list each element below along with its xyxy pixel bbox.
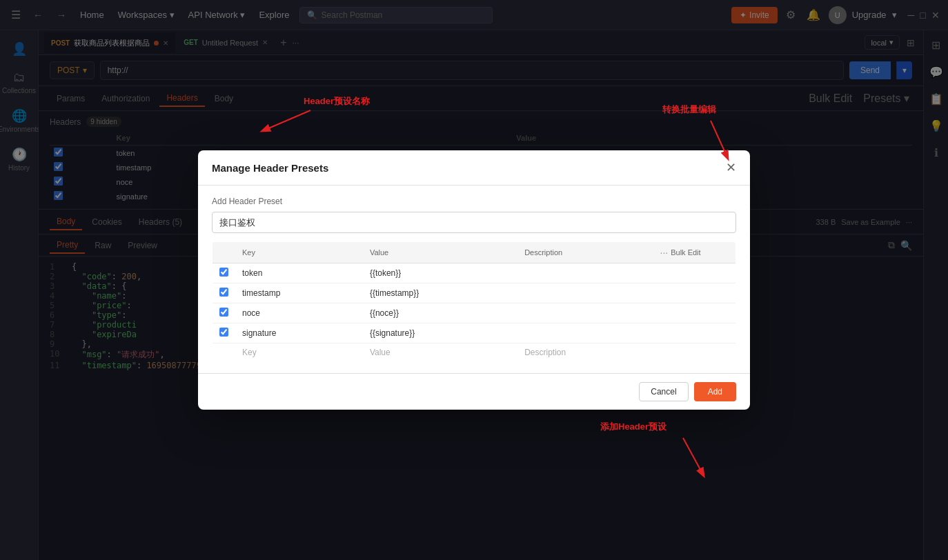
dialog-title: Manage Header Presets (212, 162, 328, 174)
d-key-placeholder[interactable]: Key (235, 343, 363, 362)
d-row-value: {{token}} (363, 263, 517, 283)
d-row-checkbox[interactable] (219, 268, 228, 277)
d-row-desc (517, 303, 653, 323)
bulk-edit-label[interactable]: Bulk Edit (671, 248, 700, 257)
d-check-empty (213, 343, 236, 362)
d-desc-placeholder[interactable]: Description (517, 343, 653, 362)
manage-header-presets-dialog: Manage Header Presets ✕ Add Header Prese… (198, 150, 750, 410)
d-row-actions (653, 303, 736, 323)
d-row-actions (653, 263, 736, 283)
d-check-cell[interactable] (213, 283, 236, 303)
annotation-preset-name: Header预设名称 (304, 95, 370, 108)
d-row-actions-empty (653, 343, 736, 362)
dialog-footer: Cancel Add (198, 373, 750, 410)
dialog-header: Manage Header Presets ✕ (198, 150, 750, 186)
d-check-cell[interactable] (213, 323, 236, 343)
d-row-actions (653, 283, 736, 303)
col-actions-header: ··· Bulk Edit (653, 242, 736, 263)
dialog-body: Add Header Preset Key Value Description … (198, 186, 750, 373)
annotation-add-preset: 添加Header预设 (600, 421, 666, 433)
d-row-value: {{noce}} (363, 303, 517, 323)
d-row-checkbox[interactable] (219, 288, 228, 297)
table-row: token {{token}} (213, 263, 736, 283)
presets-table: Key Value Description ··· Bulk Edit (212, 241, 736, 362)
col-check-header (213, 242, 236, 263)
d-row-desc (517, 323, 653, 343)
cancel-button[interactable]: Cancel (639, 382, 688, 401)
annotation-arrow-1 (235, 103, 317, 138)
bulk-edit-dots-icon[interactable]: ··· (660, 247, 669, 258)
col-key-header: Key (235, 242, 363, 263)
dialog-close-button[interactable]: ✕ (726, 161, 736, 174)
add-header-preset-label: Add Header Preset (212, 197, 736, 206)
modal-overlay: Manage Header Presets ✕ Add Header Prese… (0, 0, 948, 560)
col-value-header: Value (363, 242, 517, 263)
table-row: timestamp {{timestamp}} (213, 283, 736, 303)
d-row-key: token (235, 263, 363, 283)
d-row-checkbox[interactable] (219, 308, 228, 317)
preset-name-input[interactable] (212, 212, 736, 233)
annotation-bulk-edit: 转换批量编辑 (662, 103, 716, 116)
table-row: signature {{signature}} (213, 323, 736, 343)
d-row-desc (517, 263, 653, 283)
d-row-key: signature (235, 323, 363, 343)
d-row-checkbox[interactable] (219, 328, 228, 337)
annotation-arrow-3 (649, 431, 718, 486)
table-row: Key Value Description (213, 343, 736, 362)
d-row-actions (653, 323, 736, 343)
d-row-desc (517, 283, 653, 303)
d-row-value: {{signature}} (363, 323, 517, 343)
table-row: noce {{noce}} (213, 303, 736, 323)
add-button[interactable]: Add (694, 382, 736, 401)
d-row-value: {{timestamp}} (363, 283, 517, 303)
d-val-placeholder[interactable]: Value (363, 343, 517, 362)
d-check-cell[interactable] (213, 303, 236, 323)
col-desc-header: Description (517, 242, 653, 263)
d-check-cell[interactable] (213, 263, 236, 283)
d-row-key: noce (235, 303, 363, 323)
d-row-key: timestamp (235, 283, 363, 303)
